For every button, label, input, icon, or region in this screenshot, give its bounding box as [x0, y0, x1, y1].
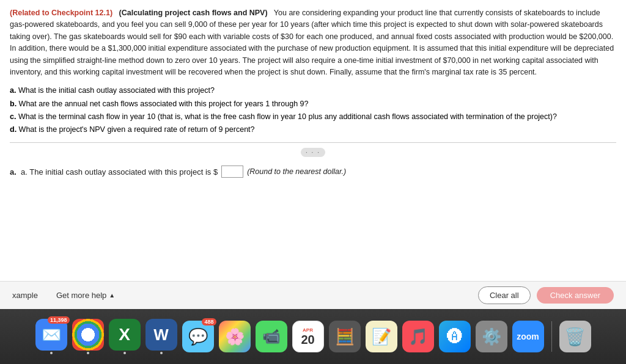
messages-icon: 💬 488	[182, 321, 214, 352]
checkpoint-label: (Related to Checkpoint 12.1)	[10, 9, 112, 17]
word-icon: W	[145, 319, 177, 351]
calculator-icon: 🧮	[329, 321, 361, 352]
dock-messages[interactable]: 💬 488	[182, 321, 214, 352]
arrow-up-icon: ▲	[109, 292, 115, 299]
get-more-help-button[interactable]: Get more help ▲	[56, 291, 115, 300]
dock-excel[interactable]: X	[109, 319, 141, 354]
mail-badge: 11,398	[48, 316, 70, 324]
question-c: c. What is the terminal cash flow in yea…	[10, 111, 616, 123]
main-content: (Related to Checkpoint 12.1) (Calculatin…	[0, 0, 626, 308]
photos-icon: 🌸	[219, 321, 251, 352]
trash-icon: 🗑️	[559, 321, 591, 352]
dock-word[interactable]: W	[145, 319, 177, 354]
dock-divider	[551, 321, 552, 352]
facetime-icon: 📹	[256, 321, 287, 352]
problem-body: You are considering expanding your produ…	[10, 9, 614, 76]
dock-appstore[interactable]: 🅐	[439, 321, 471, 352]
question-a: a. What is the initial cash outlay assoc…	[10, 84, 616, 97]
appstore-icon: 🅐	[439, 321, 471, 352]
dock-photos[interactable]: 🌸	[219, 321, 251, 352]
word-dot	[160, 352, 163, 354]
dock-facetime[interactable]: 📹	[256, 321, 287, 352]
mail-dot	[50, 352, 53, 354]
zoom-icon: zoom	[512, 321, 544, 352]
answer-input-a[interactable]	[221, 166, 243, 178]
notes-icon: 📝	[366, 321, 397, 352]
chrome-icon	[72, 319, 104, 351]
clear-all-button[interactable]: Clear all	[478, 286, 531, 304]
answer-section: a. a. The initial cash outlay associated…	[10, 166, 616, 178]
round-note: (Round to the nearest dollar.)	[247, 167, 346, 176]
dock-notes[interactable]: 📝	[366, 321, 397, 352]
messages-badge: 488	[202, 318, 216, 326]
calendar-icon: APR 20	[292, 321, 324, 352]
dock-calculator[interactable]: 🧮	[329, 321, 361, 352]
excel-icon: X	[109, 319, 141, 351]
bottom-bar: xample Get more help ▲ Clear all Check a…	[0, 281, 626, 309]
right-buttons: Clear all Check answer	[478, 286, 614, 304]
excel-dot	[123, 352, 126, 354]
divider-area: · · ·	[10, 142, 616, 157]
expand-dots-icon[interactable]: · · ·	[301, 148, 325, 157]
dock: ✉️ 11,398 X W 💬 488 🌸 📹 APR 20	[0, 309, 626, 364]
questions-section: a. What is the initial cash outlay assoc…	[10, 84, 616, 136]
answer-label-a: a. a. The initial cash outlay associated…	[10, 167, 218, 177]
dock-music[interactable]: 🎵	[402, 321, 434, 352]
mail-icon: ✉️ 11,398	[35, 319, 67, 351]
dock-sysprefs[interactable]: ⚙️	[476, 321, 507, 352]
music-icon: 🎵	[402, 321, 434, 352]
dock-zoom[interactable]: zoom	[512, 321, 544, 352]
check-answer-button[interactable]: Check answer	[537, 287, 614, 304]
question-b: b. What are the annual net cash flows as…	[10, 98, 616, 111]
example-link[interactable]: xample	[12, 291, 38, 300]
question-d: d. What is the project's NPV given a req…	[10, 123, 616, 136]
problem-text: (Related to Checkpoint 12.1) (Calculatin…	[10, 7, 616, 78]
chrome-dot	[87, 352, 89, 354]
dock-trash[interactable]: 🗑️	[559, 321, 591, 352]
dock-calendar[interactable]: APR 20	[292, 321, 324, 352]
problem-title: (Calculating project cash flows and NPV)	[119, 9, 268, 17]
sysprefs-icon: ⚙️	[476, 321, 507, 352]
dock-mail[interactable]: ✉️ 11,398	[35, 319, 67, 354]
dock-chrome[interactable]	[72, 319, 104, 354]
